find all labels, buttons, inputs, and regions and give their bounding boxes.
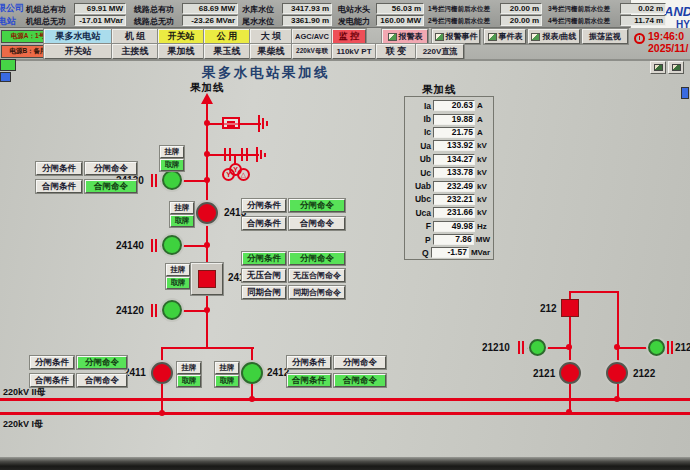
report-curve-icon (531, 33, 540, 41)
ground-icon (262, 118, 264, 129)
disconnector-2412[interactable] (241, 362, 263, 384)
tab-guojia-line[interactable]: 果加线 (158, 44, 204, 59)
tab-220kv-buscoupler[interactable]: 220kV母联 (292, 44, 332, 59)
device-label-2121: 2121 (533, 368, 555, 379)
tab-agc-avc[interactable]: AGC/AVC (292, 29, 332, 44)
measurement-field: 19.88 (433, 114, 475, 125)
bus-i-line (0, 412, 690, 415)
button-report-curve[interactable]: 报表/曲线 (528, 29, 580, 44)
tag-off-button-241[interactable]: 取牌 (166, 277, 190, 289)
tab-common[interactable]: 公 用 (204, 29, 250, 44)
terminal-icon (518, 341, 520, 354)
stat-value-trashrack3: 0.02m (620, 3, 666, 14)
open-command-2411[interactable]: 分闸命令 (77, 356, 127, 369)
terminal-icon (151, 174, 153, 187)
tag-on-button-24130[interactable]: 挂牌 (160, 146, 184, 158)
button-oscillation-monitor[interactable]: 振荡监视 (582, 29, 628, 44)
novolt-close-command-241[interactable]: 无压合闸命令 (289, 269, 345, 282)
button-alarm-table[interactable]: 报警表 (382, 29, 428, 44)
stat-label-line-p: 线路总有功 (134, 4, 174, 15)
line-2412-upper (251, 349, 253, 363)
tag-on-button-2413[interactable]: 挂牌 (170, 202, 194, 214)
junction-dot (566, 344, 572, 350)
close-command-24130[interactable]: 合闸命令 (85, 180, 137, 193)
device-label-24120: 24120 (116, 305, 144, 316)
close-command-2411[interactable]: 合闸命令 (77, 374, 127, 387)
quick-tool-button-2[interactable] (668, 61, 684, 74)
tab-monitor[interactable]: 监 控 (332, 29, 366, 44)
tab-dam[interactable]: 大 坝 (250, 29, 292, 44)
tag-off-button-24130[interactable]: 取牌 (160, 159, 184, 171)
capacitor-icon (241, 148, 243, 161)
tab-110kv-pt[interactable]: 110kV PT (332, 44, 376, 59)
button-alarm-events[interactable]: 报警事件 (432, 29, 480, 44)
sync-close-condition-241[interactable]: 同期合闸 (242, 286, 286, 299)
stat-label-trashrack2: 2号拦污栅前后水位差 (428, 17, 490, 26)
breaker-241[interactable] (198, 270, 216, 288)
disconnector-24140[interactable] (162, 235, 182, 255)
disconnector-21210[interactable] (529, 339, 546, 356)
breaker-212[interactable] (561, 299, 579, 317)
stat-value-capacity: 160.00MW (376, 15, 424, 26)
breaker-2413[interactable] (196, 202, 218, 224)
tab-interconnect-transformer[interactable]: 联 变 (376, 44, 416, 59)
tab-switchyard[interactable]: 开关站 (158, 29, 204, 44)
novolt-close-condition-241[interactable]: 无压合闸 (242, 269, 286, 282)
tag-on-button-2411[interactable]: 挂牌 (177, 362, 201, 374)
open-condition-24130[interactable]: 分闸条件 (36, 162, 82, 175)
tag-on-button-241[interactable]: 挂牌 (166, 264, 190, 276)
right-edge-scroll-button[interactable] (681, 87, 689, 99)
terminal-icon (155, 174, 157, 187)
disconnector-21220[interactable] (648, 339, 665, 356)
quick-tool-button-1[interactable] (650, 61, 666, 74)
tab-switchyard-page[interactable]: 开关站 (44, 44, 112, 59)
open-command-2413[interactable]: 分闸命令 (289, 199, 345, 212)
close-condition-2413[interactable]: 合闸条件 (242, 217, 286, 230)
disconnector-2122[interactable] (606, 362, 628, 384)
clock-time: 19:46:0 (648, 30, 684, 42)
tag-off-button-2412[interactable]: 取牌 (215, 375, 239, 387)
left-edge-button-blue[interactable] (0, 72, 11, 82)
open-condition-241[interactable]: 分闸条件 (242, 252, 286, 265)
tab-guochai-line[interactable]: 果柴线 (250, 44, 292, 59)
tag-on-button-2412[interactable]: 挂牌 (215, 362, 239, 374)
close-condition-2412[interactable]: 合闸条件 (287, 374, 331, 387)
tab-units[interactable]: 机 组 (112, 29, 158, 44)
terminal-icon (522, 341, 524, 354)
tab-guoyu-line[interactable]: 果玉线 (204, 44, 250, 59)
left-edge-button-green[interactable] (0, 59, 16, 71)
close-condition-24130[interactable]: 合闸条件 (36, 180, 82, 193)
open-command-2412[interactable]: 分闸命令 (334, 356, 386, 369)
tab-main-wiring[interactable]: 主接线 (112, 44, 158, 59)
stat-value-unit-p: 69.91MW (74, 3, 126, 14)
alarm-table-icon (388, 33, 397, 41)
open-condition-2411[interactable]: 分闸条件 (30, 356, 74, 369)
disconnector-24120[interactable] (162, 300, 182, 320)
bus-i-label: 220kV I母 (3, 418, 43, 431)
sync-close-command-241[interactable]: 同期合闸命令 (289, 286, 345, 299)
disconnector-2411[interactable] (151, 362, 173, 384)
disconnector-2121[interactable] (559, 362, 581, 384)
close-command-2412[interactable]: 合闸命令 (334, 374, 386, 387)
measurement-row: Ic21.75A (405, 126, 493, 139)
disconnector-24130[interactable] (162, 170, 182, 190)
open-condition-2413[interactable]: 分闸条件 (242, 199, 286, 212)
tag-off-button-2411[interactable]: 取牌 (177, 375, 201, 387)
button-event-list[interactable]: 事件表 (484, 29, 526, 44)
device-label-212: 212 (540, 303, 557, 314)
capacitor-icon (229, 148, 231, 161)
terminal-icon (151, 239, 153, 252)
measurement-field: 232.21 (433, 194, 475, 205)
open-command-24130[interactable]: 分闸命令 (85, 162, 137, 175)
stat-label-unit-q: 机组总无功 (26, 16, 66, 27)
tag-off-button-2413[interactable]: 取牌 (170, 215, 194, 227)
junction-dot (249, 396, 255, 402)
junction-dot (204, 242, 210, 248)
tab-station-home[interactable]: 果多水电站 (44, 29, 112, 44)
tab-220v-dc[interactable]: 220V直流 (416, 44, 464, 59)
capacitor-icon (224, 148, 226, 161)
open-condition-2412[interactable]: 分闸条件 (287, 356, 331, 369)
close-command-2413[interactable]: 合闸命令 (289, 217, 345, 230)
ground-icon (264, 153, 266, 157)
open-command-241[interactable]: 分闸命令 (289, 252, 345, 265)
